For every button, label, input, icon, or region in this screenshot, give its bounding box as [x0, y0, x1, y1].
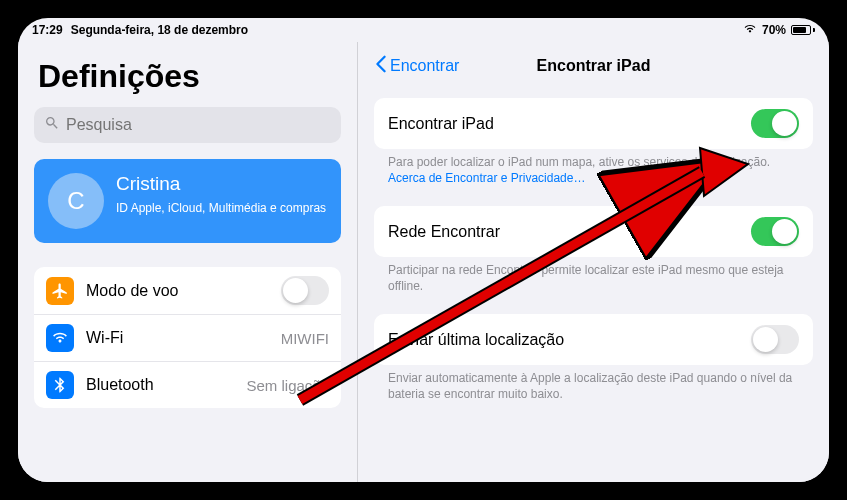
settings-sidebar[interactable]: Definições C Cristina ID Apple, iCloud, …: [18, 42, 358, 482]
row-find-network[interactable]: Rede Encontrar: [374, 206, 813, 257]
find-network-toggle[interactable]: [751, 217, 799, 246]
find-ipad-desc: Para poder localizar o iPad num mapa, at…: [374, 149, 813, 200]
profile-text: Cristina ID Apple, iCloud, Multimédia e …: [116, 173, 326, 217]
detail-title: Encontrar iPad: [537, 57, 651, 75]
wifi-label: Wi-Fi: [86, 329, 269, 347]
status-time: 17:29: [32, 23, 63, 37]
last-location-toggle[interactable]: [751, 325, 799, 354]
detail-header: Encontrar Encontrar iPad: [358, 42, 829, 90]
airplane-toggle[interactable]: [281, 276, 329, 305]
battery-percent: 70%: [762, 23, 786, 37]
battery-icon: [791, 25, 815, 35]
wifi-row-icon: [46, 324, 74, 352]
airplane-label: Modo de voo: [86, 282, 269, 300]
find-network-label: Rede Encontrar: [388, 223, 500, 241]
last-location-desc: Enviar automaticamente à Apple a localiz…: [374, 365, 813, 416]
avatar: C: [48, 173, 104, 229]
detail-pane: Encontrar Encontrar iPad Encontrar iPad …: [358, 42, 829, 482]
last-location-label: Enviar última localização: [388, 331, 564, 349]
bluetooth-label: Bluetooth: [86, 376, 234, 394]
find-ipad-toggle[interactable]: [751, 109, 799, 138]
ipad-device-frame: 17:29 Segunda-feira, 18 de dezembro 70% …: [0, 0, 847, 500]
chevron-left-icon: [374, 55, 388, 77]
row-find-ipad[interactable]: Encontrar iPad: [374, 98, 813, 149]
profile-subtitle: ID Apple, iCloud, Multimédia e compras: [116, 201, 326, 217]
find-ipad-label: Encontrar iPad: [388, 115, 494, 133]
status-bar: 17:29 Segunda-feira, 18 de dezembro 70%: [18, 18, 829, 42]
screen: 17:29 Segunda-feira, 18 de dezembro 70% …: [18, 18, 829, 482]
sidebar-item-bluetooth[interactable]: Bluetooth Sem ligação: [34, 362, 341, 408]
row-last-location[interactable]: Enviar última localização: [374, 314, 813, 365]
bluetooth-icon: [46, 371, 74, 399]
find-network-desc: Participar na rede Encontrar permite loc…: [374, 257, 813, 308]
back-label: Encontrar: [390, 57, 459, 75]
detail-group-last-location: Enviar última localização Enviar automat…: [374, 314, 813, 416]
search-input[interactable]: [34, 107, 341, 143]
search-field[interactable]: [66, 116, 331, 134]
detail-body[interactable]: Encontrar iPad Para poder localizar o iP…: [358, 90, 829, 431]
privacy-link[interactable]: Acerca de Encontrar e Privacidade…: [388, 171, 585, 185]
back-button[interactable]: Encontrar: [374, 55, 459, 77]
settings-group-connectivity: Modo de voo Wi-Fi MIWIFI: [34, 267, 341, 408]
sidebar-item-airplane[interactable]: Modo de voo: [34, 267, 341, 315]
bluetooth-value: Sem ligação: [246, 377, 329, 394]
status-left: 17:29 Segunda-feira, 18 de dezembro: [32, 23, 248, 37]
status-date: Segunda-feira, 18 de dezembro: [71, 23, 248, 37]
status-right: 70%: [743, 22, 815, 39]
profile-card[interactable]: C Cristina ID Apple, iCloud, Multimédia …: [34, 159, 341, 243]
airplane-icon: [46, 277, 74, 305]
detail-group-find-network: Rede Encontrar Participar na rede Encont…: [374, 206, 813, 308]
search-icon: [44, 115, 60, 135]
desc-text: Para poder localizar o iPad num mapa, at…: [388, 155, 770, 169]
wifi-value: MIWIFI: [281, 330, 329, 347]
detail-group-find-ipad: Encontrar iPad Para poder localizar o iP…: [374, 98, 813, 200]
wifi-icon: [743, 22, 757, 39]
page-title: Definições: [38, 58, 341, 95]
sidebar-item-wifi[interactable]: Wi-Fi MIWIFI: [34, 315, 341, 362]
profile-name: Cristina: [116, 173, 326, 195]
content-split: Definições C Cristina ID Apple, iCloud, …: [18, 42, 829, 482]
